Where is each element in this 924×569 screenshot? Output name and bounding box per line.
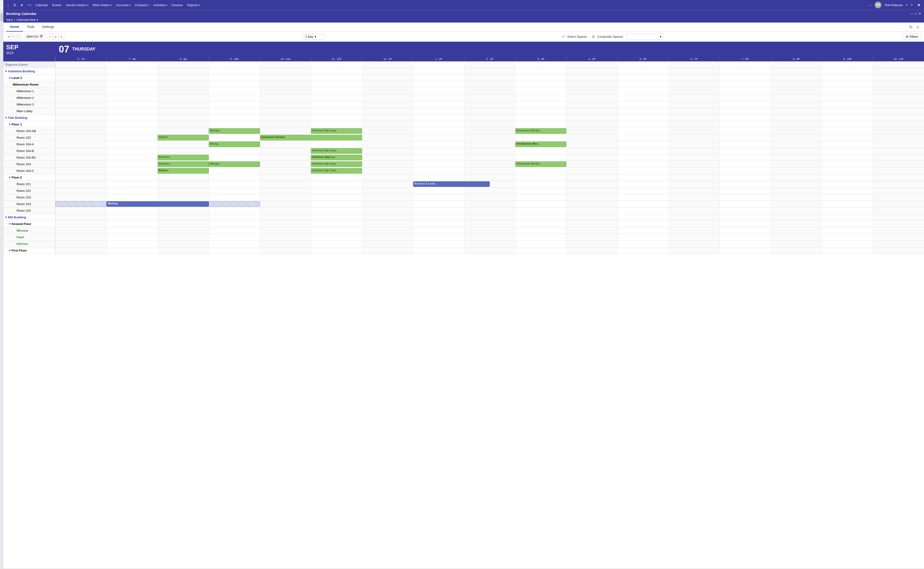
time-cell[interactable] bbox=[618, 227, 669, 234]
time-cell[interactable] bbox=[515, 227, 566, 234]
time-cell[interactable] bbox=[618, 154, 669, 161]
plus-icon[interactable]: + ▾ bbox=[26, 2, 33, 8]
time-cell[interactable] bbox=[618, 128, 669, 134]
time-cell[interactable] bbox=[669, 194, 720, 201]
time-cell[interactable] bbox=[260, 121, 311, 128]
time-cell[interactable] bbox=[413, 207, 464, 214]
time-cell[interactable] bbox=[873, 214, 924, 221]
time-cell[interactable] bbox=[260, 75, 311, 81]
time-cell[interactable] bbox=[515, 181, 566, 187]
nav-work-orders[interactable]: Work Orders ▾ bbox=[91, 2, 114, 8]
time-cell[interactable] bbox=[618, 81, 669, 88]
time-cell[interactable] bbox=[260, 194, 311, 201]
time-cell[interactable] bbox=[515, 108, 566, 114]
time-cell[interactable] bbox=[260, 161, 311, 167]
time-cell[interactable] bbox=[719, 207, 771, 214]
time-cell[interactable] bbox=[566, 181, 618, 187]
time-cell[interactable] bbox=[618, 247, 669, 254]
time-cell[interactable] bbox=[158, 141, 209, 148]
time-cell[interactable] bbox=[566, 234, 618, 240]
time-cell[interactable] bbox=[566, 61, 618, 68]
time-cell[interactable] bbox=[362, 68, 413, 75]
time-cell[interactable] bbox=[107, 154, 158, 161]
time-cell[interactable] bbox=[873, 128, 924, 134]
time-cell[interactable] bbox=[260, 207, 311, 214]
time-cell[interactable] bbox=[669, 114, 720, 121]
time-cell[interactable] bbox=[822, 75, 873, 81]
time-cell[interactable] bbox=[107, 134, 158, 141]
time-cell[interactable] bbox=[260, 61, 311, 68]
time-cell[interactable] bbox=[669, 141, 720, 148]
time-cell[interactable] bbox=[209, 240, 260, 247]
time-cell[interactable] bbox=[311, 81, 362, 88]
time-cell[interactable] bbox=[771, 161, 822, 167]
time-cell[interactable] bbox=[771, 154, 822, 161]
time-cell[interactable] bbox=[719, 167, 771, 174]
time-cell[interactable] bbox=[618, 187, 669, 194]
time-cell[interactable] bbox=[209, 108, 260, 114]
time-cell[interactable] bbox=[311, 141, 362, 148]
time-cell[interactable] bbox=[618, 75, 669, 81]
time-cell[interactable] bbox=[566, 114, 618, 121]
time-cell[interactable] bbox=[107, 94, 158, 101]
time-cell[interactable] bbox=[719, 174, 771, 181]
time-cell[interactable] bbox=[669, 94, 720, 101]
time-cell[interactable] bbox=[107, 61, 158, 68]
nav-reports[interactable]: Reports ▾ bbox=[185, 2, 202, 8]
time-cell[interactable] bbox=[822, 207, 873, 214]
time-cell[interactable] bbox=[107, 141, 158, 148]
time-cell[interactable] bbox=[618, 174, 669, 181]
event-block[interactable]: Business... bbox=[158, 161, 209, 167]
time-cell[interactable] bbox=[873, 75, 924, 81]
time-cell[interactable] bbox=[464, 214, 515, 221]
time-cell[interactable] bbox=[822, 221, 873, 227]
time-cell[interactable] bbox=[515, 167, 566, 174]
time-cell[interactable] bbox=[719, 81, 771, 88]
refresh-icon[interactable]: ↻ bbox=[907, 24, 914, 30]
time-cell[interactable] bbox=[566, 75, 618, 81]
more-options[interactable]: ⋯ bbox=[866, 2, 873, 8]
time-cell[interactable] bbox=[719, 161, 771, 167]
time-cell[interactable] bbox=[771, 101, 822, 108]
time-cell[interactable] bbox=[566, 161, 618, 167]
time-cell[interactable] bbox=[158, 221, 209, 227]
time-cell[interactable] bbox=[55, 187, 107, 194]
time-cell[interactable] bbox=[566, 207, 618, 214]
time-cell[interactable] bbox=[771, 61, 822, 68]
time-cell[interactable] bbox=[618, 234, 669, 240]
time-cell[interactable] bbox=[669, 227, 720, 234]
time-cell[interactable] bbox=[464, 174, 515, 181]
time-cell[interactable] bbox=[618, 108, 669, 114]
time-cell[interactable] bbox=[618, 61, 669, 68]
time-cell[interactable] bbox=[413, 161, 464, 167]
floor-collapse-icon[interactable]: ▾ bbox=[9, 76, 11, 80]
time-cell[interactable] bbox=[719, 221, 771, 227]
calendar-view-dropdown[interactable]: CalendarView ▾ bbox=[16, 18, 38, 21]
time-cell[interactable] bbox=[566, 154, 618, 161]
time-cell[interactable] bbox=[464, 227, 515, 234]
time-cell[interactable] bbox=[464, 207, 515, 214]
time-cell[interactable] bbox=[618, 214, 669, 221]
time-cell[interactable] bbox=[413, 94, 464, 101]
time-cell[interactable] bbox=[260, 68, 311, 75]
time-cell[interactable] bbox=[873, 187, 924, 194]
time-cell[interactable] bbox=[413, 214, 464, 221]
time-cell[interactable] bbox=[873, 148, 924, 154]
time-cell[interactable] bbox=[209, 134, 260, 141]
time-cell[interactable] bbox=[107, 167, 158, 174]
time-cell[interactable] bbox=[158, 68, 209, 75]
time-cell[interactable] bbox=[362, 247, 413, 254]
time-cell[interactable] bbox=[260, 187, 311, 194]
time-cell[interactable] bbox=[822, 88, 873, 94]
time-cell[interactable] bbox=[413, 101, 464, 108]
time-cell[interactable] bbox=[311, 174, 362, 181]
time-cell[interactable] bbox=[822, 234, 873, 240]
time-cell[interactable] bbox=[362, 187, 413, 194]
time-cell[interactable] bbox=[618, 88, 669, 94]
time-cell[interactable] bbox=[669, 187, 720, 194]
time-cell[interactable] bbox=[873, 227, 924, 234]
time-cell[interactable] bbox=[566, 101, 618, 108]
time-cell[interactable] bbox=[107, 108, 158, 114]
time-cell[interactable] bbox=[413, 81, 464, 88]
time-cell[interactable] bbox=[209, 61, 260, 68]
